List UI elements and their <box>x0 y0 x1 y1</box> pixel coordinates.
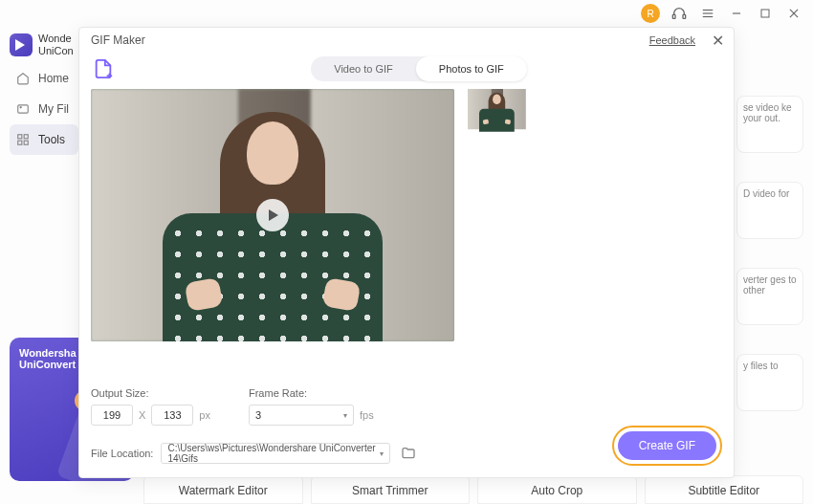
headset-icon[interactable] <box>670 4 689 23</box>
feature-card-peek[interactable]: D video for <box>736 182 803 239</box>
menu-icon[interactable] <box>698 4 717 23</box>
tools-icon <box>15 132 31 147</box>
play-button[interactable] <box>256 199 289 231</box>
width-input[interactable] <box>91 405 133 426</box>
main-window: R Wonde UniCon Home <box>0 0 813 504</box>
output-size-label: Output Size: <box>91 387 210 399</box>
feedback-link[interactable]: Feedback <box>649 34 695 46</box>
frame-rate-label: Frame Rate: <box>249 387 374 399</box>
tab-photos-to-gif[interactable]: Photos to GIF <box>416 56 527 81</box>
close-window-button[interactable] <box>784 4 803 23</box>
fps-unit: fps <box>360 409 374 421</box>
sidebar-item-label: Tools <box>38 133 65 146</box>
svg-rect-1 <box>683 14 686 18</box>
photo-thumbnail[interactable] <box>468 89 525 129</box>
sidebar-item-label: My Fil <box>38 102 69 116</box>
sidebar: Wonde UniCon Home My Fil Tools <box>10 27 78 155</box>
tool-card-subtitle[interactable]: Subtitle Editor <box>645 475 804 504</box>
sidebar-item-myfiles[interactable]: My Fil <box>10 94 78 124</box>
tool-card-trimmer[interactable]: Smart Trimmer <box>311 475 471 504</box>
maximize-button[interactable] <box>756 4 775 23</box>
sidebar-item-label: Home <box>38 72 69 85</box>
logo-icon <box>10 33 33 56</box>
frame-rate-group: Frame Rate: 3 ▾ fps <box>249 387 374 426</box>
dialog-title: GIF Maker <box>91 33 145 47</box>
output-size-group: Output Size: X px <box>91 387 210 426</box>
file-location-value: C:\Users\ws\Pictures\Wondershare UniConv… <box>167 443 380 464</box>
x-separator: X <box>139 409 145 421</box>
tool-card-watermark[interactable]: Watermark Editor <box>143 475 303 504</box>
frame-rate-select[interactable]: 3 ▾ <box>249 405 354 426</box>
thumbnail-strip <box>468 89 722 370</box>
height-input[interactable] <box>151 405 193 426</box>
mode-toggle: Video to GIF Photos to GIF <box>311 56 526 81</box>
preview-image <box>91 89 454 341</box>
feature-card-peek[interactable]: y files to <box>736 354 803 411</box>
preview-panel <box>91 89 454 370</box>
chevron-down-icon: ▾ <box>343 411 347 420</box>
gif-maker-dialog: GIF Maker Feedback ✕ Video to GIF Photos… <box>78 27 735 478</box>
svg-rect-11 <box>18 135 22 139</box>
sidebar-item-home[interactable]: Home <box>10 63 78 94</box>
feature-card-peek[interactable]: verter ges to other <box>736 268 803 325</box>
files-icon <box>15 101 31 117</box>
chevron-down-icon: ▾ <box>380 449 384 458</box>
tool-card-autocrop[interactable]: Auto Crop <box>477 475 637 504</box>
feature-card-peek[interactable]: se video ke your out. <box>736 96 803 153</box>
svg-rect-14 <box>24 142 28 145</box>
open-folder-button[interactable] <box>398 443 419 464</box>
minimize-button[interactable] <box>727 4 746 23</box>
svg-rect-12 <box>24 135 28 139</box>
dialog-toolbar: Video to GIF Photos to GIF <box>79 53 734 89</box>
file-location-label: File Location: <box>91 448 153 459</box>
tab-video-to-gif[interactable]: Video to GIF <box>311 56 416 81</box>
app-name: Wonde UniCon <box>38 33 74 57</box>
avatar-icon[interactable]: R <box>641 4 660 23</box>
dialog-body <box>79 89 734 370</box>
home-icon <box>15 71 31 86</box>
create-gif-highlight: Create GIF <box>612 426 722 466</box>
app-logo: Wonde UniCon <box>10 27 78 63</box>
bottom-tools-row: Watermark Editor Smart Trimmer Auto Crop… <box>143 475 803 504</box>
create-gif-button[interactable]: Create GIF <box>618 431 716 460</box>
svg-rect-9 <box>18 105 29 113</box>
import-file-icon[interactable] <box>91 56 116 81</box>
close-icon[interactable]: ✕ <box>712 32 724 50</box>
svg-rect-13 <box>18 142 22 145</box>
svg-point-10 <box>20 107 21 108</box>
dialog-header: GIF Maker Feedback ✕ <box>79 28 734 53</box>
svg-rect-6 <box>761 10 769 17</box>
svg-rect-0 <box>672 14 675 18</box>
sidebar-item-tools[interactable]: Tools <box>10 124 78 155</box>
file-location-input[interactable]: C:\Users\ws\Pictures\Wondershare UniConv… <box>161 443 390 464</box>
feature-cards-peek: se video ke your out. D video for verter… <box>736 96 803 411</box>
frame-rate-value: 3 <box>255 409 261 421</box>
settings-row: Output Size: X px Frame Rate: 3 ▾ fps <box>79 370 734 433</box>
titlebar: R <box>0 0 813 27</box>
px-unit: px <box>199 409 210 421</box>
